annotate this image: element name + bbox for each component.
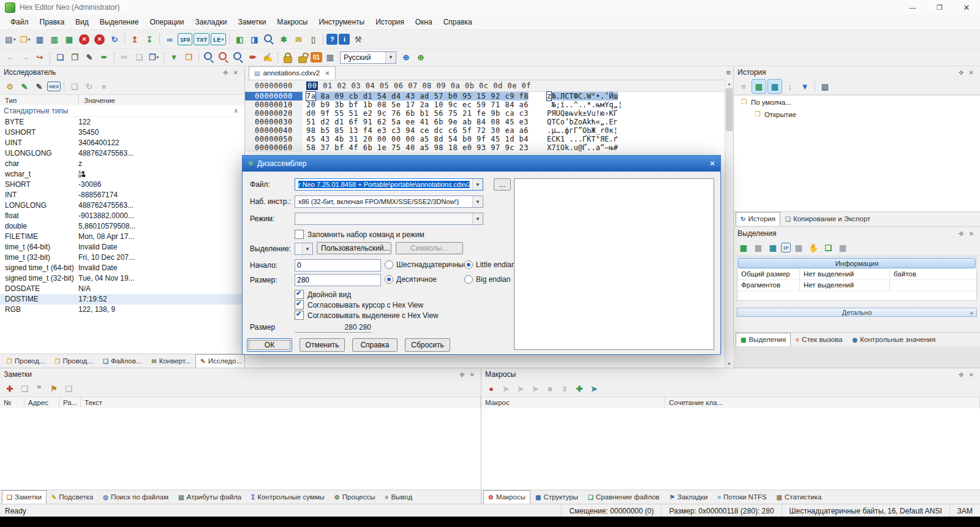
hex-row[interactable]: 00000020 d0 9f 55 51 e2 9c 76 6b b1 56 7… [245,109,733,118]
menu-item[interactable]: Заметки [232,15,271,29]
fill-icon[interactable]: ✒ [97,51,111,64]
collapse-icon[interactable]: ∧ [234,105,238,116]
help-button[interactable]: Справка [352,338,398,352]
explorer-tab[interactable]: ✎ Исследо... [195,354,244,368]
copy-disabled-icon[interactable]: ❏ [132,51,146,64]
notes-tab[interactable]: ◎ Поиск по файлам [98,490,173,504]
explorer-row[interactable]: ULONGLONG 488762475563... [0,148,244,159]
structures-box-icon[interactable]: ❒ [182,51,195,64]
hex-row[interactable]: 00000050 45 43 4b 31 20 00 00 00 a5 8d 5… [245,135,733,143]
hex-offset[interactable]: 00000020 [245,109,303,118]
hex-text[interactable]: РЯUQвњvk±Vu!ю›КГ [547,109,618,118]
reset-button[interactable]: Сбросить [405,338,450,352]
explorer-row[interactable]: time_t (64-bit) Invalid Date [0,242,244,252]
export-notes-icon[interactable]: ❏ [62,382,75,395]
symbols-button[interactable]: Символы... [396,242,463,254]
type-group-header[interactable]: Стандартные типы ∧ [0,105,244,117]
radio-icon[interactable] [385,260,393,269]
pause-macro-icon[interactable]: ‖ [558,382,571,395]
hex-offset[interactable]: 00000010 [245,100,303,109]
union-selection-icon[interactable]: ▦ [766,241,780,254]
close-icon[interactable]: ✕ [231,69,241,76]
menu-item[interactable]: Справка [438,15,478,29]
checkbox-icon[interactable] [295,230,304,239]
hex-offset[interactable]: 00000040 [245,126,303,135]
hex-text[interactable]: X7їOk.u@Ґ..а“—њ# [547,143,618,152]
pin-icon[interactable]: ✜ [956,371,966,378]
pattern-insert-icon[interactable]: ◨ [247,32,261,46]
checkbox-icon[interactable] [295,290,304,299]
explorer-row[interactable]: BYTE 122 [0,117,244,127]
selection-grid-icon[interactable]: ▦ [752,241,765,254]
record-macro-icon[interactable]: ● [484,382,498,395]
modify-data-icon[interactable]: ▼ [167,51,181,64]
history-options-icon[interactable]: ▨ [818,80,832,93]
step-into-icon[interactable]: ➤ [499,382,513,395]
explorer-row[interactable]: USHORT 35450 [0,127,244,138]
column-header-type[interactable]: Тип [0,95,79,106]
explorer-row[interactable]: float -9013882,0000... [0,211,244,221]
notes-list[interactable] [0,408,481,490]
offset-display-toggle[interactable]: 1F0 [178,33,192,45]
goto-offset-icon[interactable]: ↪ [33,51,47,64]
hex-row[interactable]: 00000060 58 37 bf 4f 6b 1e 75 40 a5 98 1… [245,143,733,152]
close-icon[interactable]: ✕ [967,230,976,237]
paste-icon[interactable]: ❐ [68,51,81,64]
open-file-icon[interactable]: ❒ [18,32,32,46]
format-1f-icon[interactable]: 1F [781,243,791,252]
selection-combobox[interactable]: ▼ [295,243,313,255]
mode-combobox[interactable]: ▼ [295,213,483,225]
pin-icon[interactable]: ✜ [956,230,966,237]
notes-tab[interactable]: ✎ Подсветка [47,490,98,504]
intersect-selection-icon[interactable]: ▦ [792,241,805,254]
flag-note-icon[interactable]: ⚑ [47,382,61,395]
lock-icon[interactable] [281,51,295,64]
disassembly-listbox[interactable] [514,178,714,350]
explorer-row[interactable]: RGB 122, 138, 9 [0,305,244,315]
browse-button[interactable]: ... [494,178,511,191]
load-selection-icon[interactable]: ▦ [836,241,850,254]
sync-cursor-checkbox[interactable]: Согласовывать курсор с Hex View [295,300,423,309]
column-header[interactable]: Сочетание кла... [665,397,980,408]
details-section-header[interactable]: Детально » [737,308,977,317]
menu-item[interactable]: Файл [5,15,34,29]
menu-item[interactable]: Правка [34,15,70,29]
hex-text[interactable]: .µ….фгГ”ОЬЖ_r0к¦ [547,126,618,135]
link-document-icon[interactable]: ∞ [163,32,176,46]
scroll-up-icon[interactable]: ▲ [725,80,733,88]
hex-bytes[interactable]: 58 37 bf 4f 6b 1e 75 40 a5 98 18 e0 93 9… [306,143,529,152]
hex-bytes[interactable]: 51 d2 d1 6f 91 62 5a ee 41 6b 9e ab 84 0… [306,118,529,126]
nav-back-icon[interactable]: ← [4,51,17,64]
hex-row[interactable]: 00000010 20 b9 3b bf 1b 08 5e 17 2a 10 9… [245,100,733,109]
explorer-row[interactable]: UINT 3406400122 [0,138,244,148]
remember-checkbox[interactable]: Запомнить набор команд и режим [295,230,424,239]
column-header[interactable]: Адрес [24,397,59,408]
notes-tab[interactable]: ≡ Вывод [380,490,418,504]
hex-column-header[interactable]: 00000000 00 01 02 03 04 05 06 07 08 09 0… [245,80,733,92]
hex-col-00[interactable]: 00 [306,82,318,90]
edit-document-icon[interactable]: ✍ [261,51,274,64]
hex-bytes[interactable]: d0 9f 55 51 e2 9c 76 6b b1 56 75 21 fe 9… [306,109,529,118]
info-icon[interactable]: i [339,34,350,45]
pin-icon[interactable]: ✜ [956,69,966,76]
instruction-set-combobox[interactable]: x86 (32-бит, включая FPO/MMX/SSE/SSE2/3D… [295,195,483,208]
annotate-icon[interactable]: ✏ [246,51,260,64]
hex-row[interactable]: 00000040 98 b5 85 13 f4 e3 c3 94 ce dc c… [245,126,733,135]
codepage-edit-icon[interactable]: ⊕ [414,51,428,64]
close-file-icon[interactable]: ✕ [79,34,89,45]
radio-icon[interactable] [464,260,473,269]
refresh-values-icon[interactable]: ↻ [82,80,96,93]
double-view-checkbox[interactable]: Двойной вид [295,290,351,299]
find-replace-icon[interactable] [217,51,230,64]
new-file-icon[interactable]: ▤ [4,32,17,46]
endianness-toggle[interactable]: LE [211,33,226,45]
filter-history-icon[interactable]: ▼ [798,80,812,93]
explorer-row[interactable]: signed time_t (32-bit) Tue, 04 Nov 19... [0,273,244,284]
hex-offset[interactable]: 00000060 [245,143,303,152]
close-all-icon[interactable]: ✕ [94,34,105,45]
info-section-header[interactable]: Информация [738,258,976,268]
add-note-icon[interactable]: ✚ [3,382,17,395]
radio-icon[interactable] [464,275,473,284]
checkbox-icon[interactable] [295,300,304,309]
file-combobox[interactable]: r Neo 7.25.01.8458 + Portable\portable\a… [295,178,483,191]
